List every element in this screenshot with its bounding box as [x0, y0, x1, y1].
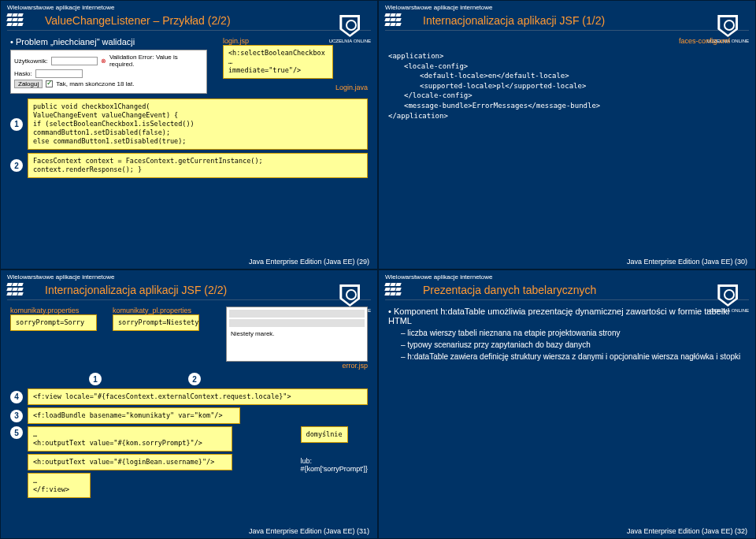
- step-number: 1: [10, 118, 23, 131]
- code-box: FacesContext context = FacesContext.getC…: [28, 153, 368, 178]
- slide-31: Wielowarstwowe aplikacje internetowe Int…: [0, 270, 378, 539]
- filename-label: komunikaty_pl.properties: [113, 307, 199, 314]
- breadcrumb: Wielowarstwowe aplikacje internetowe: [385, 273, 493, 281]
- code-box: public void checkbox1Changed( ValueChang…: [28, 99, 368, 150]
- code-box: <h:outputText value="#{loginBean.usernam…: [28, 454, 232, 470]
- slide-29: Wielowarstwowe aplikacje internetowe Val…: [0, 0, 378, 270]
- slide-title: Internacjonalizacja aplikacji JSF (1/2): [423, 14, 755, 27]
- form-screenshot: Użytkownik:⊗Validation Error: Value is r…: [10, 50, 207, 94]
- logo-icon: [385, 283, 401, 296]
- step-number: 1: [89, 373, 102, 385]
- step-number: 5: [10, 426, 23, 439]
- code-box: sorryPrompt=Niestety: [113, 314, 199, 331]
- logo-icon: [7, 283, 23, 296]
- sub-bullet-text: – h:dataTable zawiera definicję struktur…: [401, 352, 746, 361]
- xml-code: <application> <locale-config> <default-l…: [388, 51, 746, 121]
- slide-footer: Java Enterprise Edition (Java EE) (29): [249, 258, 369, 266]
- step-number: 2: [10, 159, 23, 172]
- note-text: lub: #{kom['sorryPrompt']}: [301, 457, 368, 473]
- browser-screenshot: Niestety marek.: [226, 307, 368, 362]
- bullet-text: • Problem „niechcianej" walidacji: [10, 37, 215, 46]
- sub-bullet-text: – typowy scenariusz przy zapytaniach do …: [401, 340, 746, 349]
- bullet-text: • Komponent h:dataTable umożliwia prezen…: [388, 307, 746, 325]
- code-box: <f:view locale="#{facesContext.externalC…: [28, 388, 368, 405]
- filename-label: login.jsp: [223, 37, 368, 45]
- slide-title: Prezentacja danych tabelarycznych: [423, 284, 755, 296]
- logo-icon: [385, 13, 401, 26]
- slide-30: Wielowarstwowe aplikacje internetowe Int…: [378, 0, 756, 270]
- slide-footer: Java Enterprise Edition (Java EE) (31): [249, 527, 369, 535]
- step-number: 4: [10, 391, 23, 403]
- sub-bullet-text: – liczba wierszy tabeli nieznana na etap…: [401, 329, 746, 337]
- slide-title: ValueChangeListener – Przykład (2/2): [45, 14, 377, 27]
- code-box: … <h:outputText value="#{kom.sorryPrompt…: [28, 426, 232, 452]
- slide-title: Internacjonalizacja aplikacji JSF (2/2): [45, 284, 377, 296]
- filename-label: komunikaty.properties: [10, 307, 97, 314]
- breadcrumb: Wielowarstwowe aplikacje internetowe: [7, 273, 115, 281]
- filename-label: faces-config.xml: [388, 37, 730, 45]
- code-box: <f:loadBundle basename="komunikaty" var=…: [28, 407, 240, 424]
- note-box: domyślnie: [301, 426, 348, 443]
- filename-label: Login.java: [223, 84, 368, 91]
- slide-32: Wielowarstwowe aplikacje internetowe Pre…: [378, 270, 756, 539]
- slide-footer: Java Enterprise Edition (Java EE) (32): [627, 527, 747, 535]
- code-box: <h:selectBooleanCheckbox … immediate="tr…: [223, 45, 333, 79]
- code-box: … </f:view>: [28, 473, 91, 498]
- slide-footer: Java Enterprise Edition (Java EE) (30): [627, 258, 747, 266]
- logo-icon: [7, 13, 23, 26]
- breadcrumb: Wielowarstwowe aplikacje internetowe: [7, 4, 115, 11]
- step-number: 2: [188, 373, 201, 385]
- step-number: 3: [10, 410, 23, 422]
- checkbox-icon: [46, 80, 53, 87]
- filename-label: error.jsp: [226, 362, 368, 370]
- code-box: sorryPrompt=Sorry: [10, 314, 97, 331]
- breadcrumb: Wielowarstwowe aplikacje internetowe: [385, 4, 493, 11]
